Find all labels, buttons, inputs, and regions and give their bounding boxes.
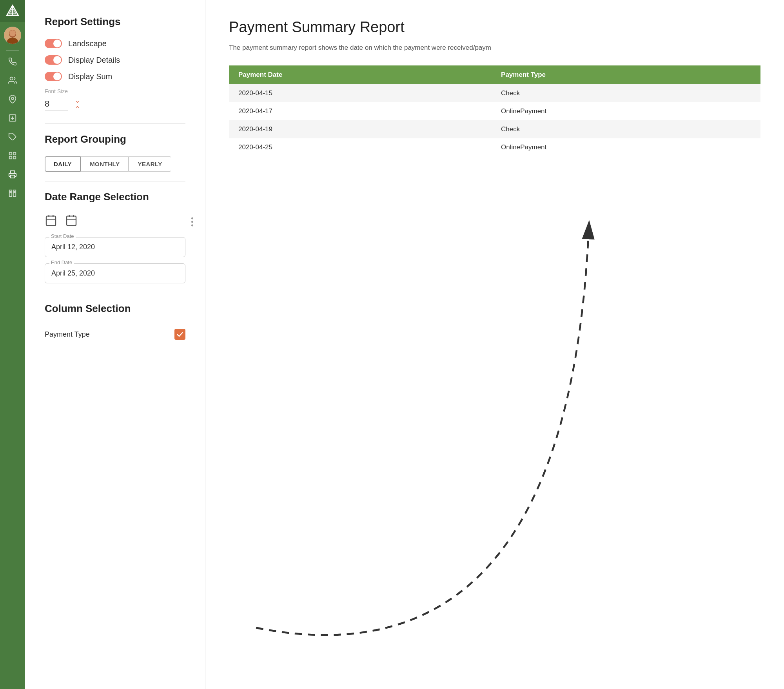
daily-button[interactable]: DAILY (45, 156, 81, 172)
import-icon[interactable] (4, 109, 21, 127)
end-date-input[interactable] (45, 263, 185, 283)
table-cell: 2020-04-17 (229, 102, 492, 120)
calendar-icon-1[interactable] (45, 214, 57, 229)
grouping-title: Report Grouping (45, 133, 185, 145)
three-dots-menu[interactable] (191, 217, 193, 226)
display-details-toggle[interactable] (45, 55, 62, 65)
table-header-row: Payment Date Payment Type (229, 65, 760, 84)
report-title: Payment Summary Report (229, 19, 760, 36)
location-icon[interactable] (4, 91, 21, 108)
svg-point-6 (9, 30, 16, 36)
svg-rect-18 (9, 192, 12, 196)
date-section: Start Date End Date (45, 214, 185, 283)
payment-type-label: Payment Type (45, 330, 90, 339)
svg-rect-12 (13, 152, 16, 155)
report-settings-title: Report Settings (45, 16, 185, 28)
svg-rect-13 (9, 156, 12, 159)
display-details-label: Display Details (68, 56, 120, 65)
table-cell: Check (492, 120, 760, 138)
end-date-group: End Date (45, 263, 185, 283)
date-range-title: Date Range Selection (45, 191, 185, 203)
yearly-button[interactable]: YEARLY (129, 156, 171, 172)
display-sum-toggle-row: Display Sum (45, 72, 185, 81)
start-date-input[interactable] (45, 237, 185, 257)
font-size-row: 8 ⌄ ⌃ (45, 97, 185, 112)
grouping-buttons: DAILY MONTHLY YEARLY (45, 156, 185, 172)
phone-icon[interactable] (4, 53, 21, 70)
table-row: 2020-04-25OnlinePayment (229, 138, 760, 156)
font-size-controls: ⌄ ⌃ (74, 97, 80, 112)
user-avatar[interactable] (4, 27, 21, 44)
col-payment-type: Payment Type (492, 65, 760, 84)
landscape-toggle[interactable] (45, 39, 62, 48)
table-cell: Check (492, 84, 760, 102)
calendar-icon-2[interactable] (65, 214, 78, 229)
svg-rect-19 (13, 192, 16, 196)
report-grouping-section: Report Grouping DAILY MONTHLY YEARLY (45, 133, 185, 172)
grid-icon[interactable] (4, 147, 21, 164)
svg-rect-16 (9, 190, 12, 192)
font-size-value: 8 (45, 99, 68, 111)
report-settings-section: Report Settings Landscape Display Detail… (45, 16, 185, 112)
dashboard-icon[interactable] (4, 185, 21, 202)
start-date-group: Start Date (45, 237, 185, 257)
font-size-label: Font Size (45, 88, 185, 94)
col-payment-date: Payment Date (229, 65, 492, 84)
sidebar-divider (6, 50, 19, 51)
date-icons-row (45, 214, 185, 229)
print-icon[interactable] (4, 166, 21, 183)
column-selection-title: Column Selection (45, 303, 185, 315)
people-icon[interactable] (4, 72, 21, 89)
start-date-label: Start Date (49, 233, 76, 239)
display-sum-label: Display Sum (68, 72, 112, 81)
display-sum-toggle[interactable] (45, 72, 62, 81)
section-divider-3 (45, 293, 185, 293)
svg-rect-15 (11, 175, 15, 178)
payment-type-row: Payment Type (45, 326, 185, 343)
table-cell: 2020-04-15 (229, 84, 492, 102)
settings-panel: Report Settings Landscape Display Detail… (25, 0, 205, 689)
monthly-button[interactable]: MONTHLY (81, 156, 129, 172)
font-size-section: Font Size 8 ⌄ ⌃ (45, 88, 185, 112)
table-cell: 2020-04-25 (229, 138, 492, 156)
font-size-down-button[interactable]: ⌄ (74, 97, 80, 104)
svg-point-8 (11, 97, 14, 100)
table-row: 2020-04-17OnlinePayment (229, 102, 760, 120)
svg-rect-20 (46, 216, 56, 225)
sidebar (0, 0, 25, 689)
report-table: Payment Date Payment Type 2020-04-15Chec… (229, 65, 760, 156)
svg-rect-14 (13, 156, 16, 159)
font-size-up-button[interactable]: ⌃ (74, 105, 80, 112)
section-divider-1 (45, 123, 185, 124)
report-description: The payment summary report shows the dat… (229, 43, 760, 53)
main-content: Report Settings Landscape Display Detail… (25, 0, 784, 689)
logo[interactable] (0, 0, 25, 22)
display-details-toggle-row: Display Details (45, 55, 185, 65)
table-row: 2020-04-15Check (229, 84, 760, 102)
table-row: 2020-04-19Check (229, 120, 760, 138)
tag-icon[interactable] (4, 128, 21, 145)
table-cell: 2020-04-19 (229, 120, 492, 138)
table-cell: OnlinePayment (492, 138, 760, 156)
date-range-section: Date Range Selection Start Date (45, 191, 185, 283)
table-cell: OnlinePayment (492, 102, 760, 120)
end-date-label: End Date (49, 259, 74, 265)
column-selection-section: Column Selection Payment Type (45, 303, 185, 343)
svg-rect-24 (67, 216, 76, 225)
landscape-label: Landscape (68, 39, 107, 48)
section-divider-2 (45, 181, 185, 181)
column-selection: Payment Type (45, 326, 185, 343)
payment-type-checkbox[interactable] (174, 329, 185, 340)
report-area: Payment Summary Report The payment summa… (205, 0, 784, 689)
svg-rect-17 (13, 190, 16, 192)
svg-point-7 (10, 77, 13, 80)
svg-rect-11 (9, 152, 12, 155)
landscape-toggle-row: Landscape (45, 39, 185, 48)
